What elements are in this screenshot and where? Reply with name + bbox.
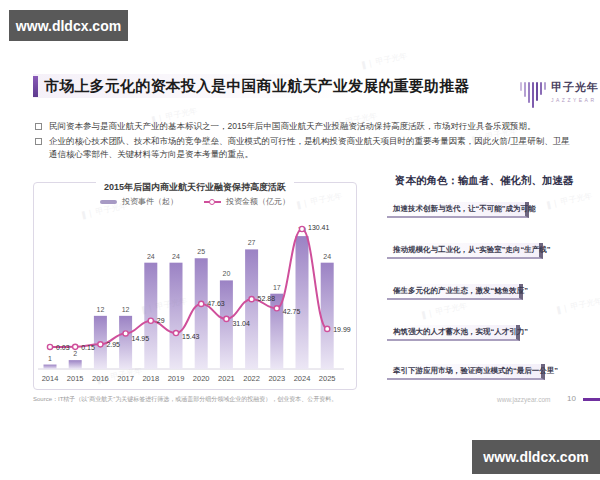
- bar-label-2025: 24: [323, 253, 331, 260]
- source-note: Source：IT桔子（以“商业航天”为关键标签进行筛选，或涵盖部分细分领域企业…: [33, 395, 453, 404]
- page-title: 市场上多元化的资本投入是中国商业航天产业发展的重要助推器: [44, 77, 524, 96]
- footer-website: www.jazzyear.com: [497, 396, 550, 403]
- x-tick-2015: 2015: [67, 374, 84, 383]
- line-label-2021: 31.04: [232, 320, 250, 327]
- bullet-square-icon: [35, 123, 42, 130]
- role-box: 构筑强大的人才蓄水池，实现“人才引力”: [387, 325, 520, 341]
- chart-legend: 投资事件（起） 投资金额（亿元）: [34, 196, 356, 207]
- x-tick-2024: 2024: [294, 374, 311, 383]
- bar-label-2014: 1: [48, 355, 52, 362]
- line-swatch-icon: [204, 198, 221, 206]
- role-box: 催生多元化的产业生态，激发“鲶鱼效应”: [387, 284, 523, 300]
- watermark-url-bottom-right: www.dldcx.com: [472, 440, 600, 474]
- legend-item-line: 投资金额（亿元）: [204, 196, 290, 207]
- line-label-2020: 47.63: [207, 300, 225, 307]
- bullet-text: 民间资本参与是商业航天产业的基本标识之一，2015年后中国商业航天产业投融资活动…: [49, 120, 574, 133]
- bar-label-2016: 12: [97, 306, 105, 313]
- bar-2014: [44, 365, 57, 369]
- role-box: 推动规模化与工业化，从“实验室”走向“生产线”: [387, 243, 543, 259]
- line-marker-2021: [224, 316, 229, 321]
- x-tick-2018: 2018: [142, 374, 159, 383]
- bar-2025: [321, 263, 334, 369]
- role-box: 牵引下游应用市场，验证商业模式的“最后一公里”: [387, 364, 545, 380]
- x-tick-2019: 2019: [168, 374, 185, 383]
- line-marker-2017: [123, 331, 128, 336]
- x-tick-2022: 2022: [243, 374, 260, 383]
- legend-item-bar: 投资事件（起）: [100, 196, 178, 207]
- bar-label-2021: 20: [223, 270, 231, 277]
- bar-label-2022: 27: [248, 239, 256, 246]
- bar-label-2015: 2: [73, 350, 77, 357]
- logo-subtext: JAZZYEAR: [551, 97, 599, 103]
- jiazi-watermark: ❚❘ 甲子光年: [554, 295, 600, 316]
- bar-swatch-icon: [100, 200, 117, 204]
- x-tick-2021: 2021: [218, 374, 235, 383]
- logo-name: 甲子光年: [551, 80, 599, 95]
- bar-2021: [220, 280, 233, 369]
- page-number: 10: [567, 394, 576, 403]
- investment-amount-line: [50, 229, 327, 347]
- bar-2018: [144, 263, 157, 369]
- bar-2017: [119, 316, 132, 369]
- bullet-item: 企业的核心技术团队、技术和市场的竞争壁垒、商业模式的可行性，是机构投资商业航天项…: [35, 135, 575, 161]
- bar-label-2018: 24: [147, 253, 155, 260]
- line-marker-2014: [47, 344, 52, 349]
- logo-bars-icon: [520, 80, 546, 108]
- x-tick-2014: 2014: [42, 374, 59, 383]
- watermark-url-top-left: www.dldcx.com: [9, 10, 128, 41]
- jiazi-watermark: ❚❘ 甲子光年: [359, 50, 408, 71]
- line-label-2017: 14.95: [132, 335, 150, 342]
- bullet-item: 民间资本参与是商业航天产业的基本标识之一，2015年后中国商业航天产业投融资活动…: [35, 120, 575, 133]
- x-tick-2017: 2017: [117, 374, 134, 383]
- chart-title: 2015年后国内商业航天行业融资保持高度活跃: [34, 176, 356, 194]
- jiazi-watermark: ❚❘ 甲子光年: [419, 300, 468, 321]
- line-marker-2024: [299, 226, 304, 231]
- line-label-2022: 52.88: [258, 295, 276, 302]
- bar-2022: [245, 249, 258, 369]
- bar-label-2020: 25: [197, 248, 205, 255]
- line-label-2015: 0.15: [81, 344, 95, 351]
- combo-chart: 1201422015122016122017242018242019252020…: [34, 209, 356, 387]
- line-marker-2018: [148, 318, 153, 323]
- line-marker-2015: [73, 344, 78, 349]
- jiazi-watermark: ❚❘ 甲子光年: [544, 190, 593, 211]
- line-marker-2020: [199, 301, 204, 306]
- line-marker-2022: [249, 297, 254, 302]
- bar-2020: [195, 258, 208, 369]
- legend-label: 投资事件（起）: [122, 196, 178, 207]
- role-box: 加速技术创新与迭代，让“不可能”成为可能: [387, 202, 529, 218]
- jiazi-logo: 甲子光年 JAZZYEAR: [520, 80, 595, 110]
- bar-label-2023: 17: [273, 284, 281, 291]
- bar-2019: [170, 263, 183, 369]
- bullet-text: 企业的核心技术团队、技术和市场的竞争壁垒、商业模式的可行性，是机构投资商业航天项…: [49, 135, 574, 161]
- line-label-2018: 29: [157, 317, 165, 324]
- bar-2024: [296, 236, 309, 369]
- x-tick-2016: 2016: [92, 374, 109, 383]
- x-tick-2023: 2023: [268, 374, 285, 383]
- bar-label-2017: 12: [122, 306, 130, 313]
- line-label-2016: 2.95: [106, 341, 120, 348]
- line-label-2023: 42.75: [283, 308, 301, 315]
- x-tick-2025: 2025: [319, 374, 336, 383]
- title-accent-bar: [33, 76, 38, 97]
- capital-roles-heading: 资本的角色：输血者、催化剂、加速器: [395, 174, 595, 188]
- bar-label-2019: 24: [172, 253, 180, 260]
- chart-card: 2015年后国内商业航天行业融资保持高度活跃 投资事件（起） 投资金额（亿元） …: [33, 182, 357, 390]
- bullet-square-icon: [35, 138, 42, 145]
- line-label-2024: 130.41: [308, 224, 330, 231]
- line-marker-2019: [173, 330, 178, 335]
- line-marker-2025: [325, 326, 330, 331]
- footer-accent-dash: [583, 398, 600, 401]
- x-tick-2020: 2020: [193, 374, 210, 383]
- legend-label: 投资金额（亿元）: [226, 196, 290, 207]
- line-marker-2023: [274, 306, 279, 311]
- line-label-2025: 19.99: [333, 326, 351, 333]
- bar-2015: [69, 360, 82, 369]
- line-label-2019: 15.43: [182, 333, 200, 340]
- line-label-2014: 0.03: [56, 344, 70, 351]
- line-marker-2016: [98, 342, 103, 347]
